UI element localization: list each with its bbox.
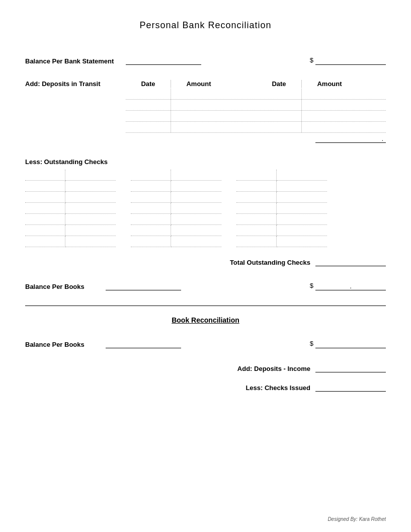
total-outstanding-field[interactable] xyxy=(315,257,386,266)
chk-3a-date[interactable] xyxy=(25,192,65,203)
outstanding-checks-section: Less: Outstanding Checks xyxy=(25,158,386,266)
balance-books-bank-dollar-group: $ . xyxy=(310,281,386,290)
checks-col-group-1 xyxy=(25,170,116,247)
dep-r3-amt1[interactable] xyxy=(171,111,226,121)
check-row-5c xyxy=(236,214,327,225)
chk-1b-amt[interactable] xyxy=(171,170,221,181)
deposits-row-1 xyxy=(126,89,386,100)
chk-2c-date[interactable] xyxy=(236,181,277,192)
checks-col-group-3 xyxy=(236,170,327,247)
chk-4a-date[interactable] xyxy=(25,203,65,214)
chk-6b-date[interactable] xyxy=(131,225,171,236)
check-row-2a xyxy=(25,181,116,192)
chk-4c-amt[interactable] xyxy=(277,203,327,214)
dep-r3-date2[interactable] xyxy=(257,111,302,121)
chk-6c-amt[interactable] xyxy=(277,225,327,236)
chk-3a-amt[interactable] xyxy=(65,192,116,203)
dep-r4-date1[interactable] xyxy=(126,122,171,132)
dep-r4-amt1[interactable] xyxy=(171,122,226,132)
chk-3c-amt[interactable] xyxy=(277,192,327,203)
page-title: Personal Bank Reconciliation xyxy=(25,20,386,31)
dep-r1-amt1[interactable] xyxy=(171,89,226,99)
dep-r4-amt2[interactable] xyxy=(302,122,357,132)
chk-5c-amt[interactable] xyxy=(277,214,327,225)
chk-7a-amt[interactable] xyxy=(65,236,116,247)
check-row-2b xyxy=(131,181,221,192)
deposits-row-3 xyxy=(126,111,386,122)
dep-r3-amt2[interactable] xyxy=(302,111,357,121)
chk-1b-date[interactable] xyxy=(131,170,171,181)
balance-books-bank-field1[interactable] xyxy=(106,281,181,290)
total-outstanding-row: Total Outstanding Checks xyxy=(25,257,386,266)
checks-issued-row: Less: Checks Issued xyxy=(25,383,386,392)
check-row-5b xyxy=(131,214,221,225)
deposits-income-field[interactable] xyxy=(315,363,386,372)
check-row-2c xyxy=(236,181,327,192)
chk-5a-date[interactable] xyxy=(25,214,65,225)
check-row-6a xyxy=(25,225,116,236)
chk-7b-amt[interactable] xyxy=(171,236,221,247)
balance-books-bank-dollar-field[interactable]: . xyxy=(315,281,386,290)
chk-3c-date[interactable] xyxy=(236,192,277,203)
chk-1c-amt[interactable] xyxy=(277,170,327,181)
chk-7c-amt[interactable] xyxy=(277,236,327,247)
checks-issued-field[interactable] xyxy=(315,383,386,392)
chk-5b-amt[interactable] xyxy=(171,214,221,225)
chk-4b-date[interactable] xyxy=(131,203,171,214)
chk-2b-amt[interactable] xyxy=(171,181,221,192)
check-row-1a xyxy=(25,170,116,181)
book-balance-row: Balance Per Books $ xyxy=(25,339,386,348)
chk-7c-date[interactable] xyxy=(236,236,277,247)
book-balance-field1[interactable] xyxy=(106,339,181,348)
chk-3b-amt[interactable] xyxy=(171,192,221,203)
chk-5c-date[interactable] xyxy=(236,214,277,225)
deposits-col1-amount-header: Amount xyxy=(171,80,226,88)
chk-2a-amt[interactable] xyxy=(65,181,116,192)
checks-header: Less: Outstanding Checks xyxy=(25,158,386,166)
dep-r4-date2[interactable] xyxy=(257,122,302,132)
chk-5b-date[interactable] xyxy=(131,214,171,225)
check-row-3a xyxy=(25,192,116,203)
deposits-col1-date-header: Date xyxy=(126,80,171,88)
checks-issued-label: Less: Checks Issued xyxy=(245,384,310,392)
balance-books-bank-section: Balance Per Books $ . xyxy=(25,281,386,290)
bank-statement-dollar-field[interactable] xyxy=(315,56,386,65)
dep-r2-amt2[interactable] xyxy=(302,100,357,110)
chk-7b-date[interactable] xyxy=(131,236,171,247)
chk-1a-amt[interactable] xyxy=(65,170,116,181)
dep-r2-amt1[interactable] xyxy=(171,100,226,110)
dep-r1-amt2[interactable] xyxy=(302,89,357,99)
chk-6c-date[interactable] xyxy=(236,225,277,236)
chk-6a-date[interactable] xyxy=(25,225,65,236)
dep-r1-date1[interactable] xyxy=(126,89,171,99)
chk-2b-date[interactable] xyxy=(131,181,171,192)
chk-3b-date[interactable] xyxy=(131,192,171,203)
chk-4a-amt[interactable] xyxy=(65,203,116,214)
dep-r2-date1[interactable] xyxy=(126,100,171,110)
chk-1c-date[interactable] xyxy=(236,170,277,181)
bank-statement-row: Balance Per Bank Statement $ xyxy=(25,56,386,65)
chk-7a-date[interactable] xyxy=(25,236,65,247)
chk-2a-date[interactable] xyxy=(25,181,65,192)
dep-r3-date1[interactable] xyxy=(126,111,171,121)
deposits-total-field[interactable]: . xyxy=(315,134,386,143)
check-row-4c xyxy=(236,203,327,214)
chk-6b-amt[interactable] xyxy=(171,225,221,236)
section-divider xyxy=(25,306,386,306)
chk-5a-amt[interactable] xyxy=(65,214,116,225)
chk-4c-date[interactable] xyxy=(236,203,277,214)
chk-4b-amt[interactable] xyxy=(171,203,221,214)
book-reconciliation-section: Book Reconciliation Balance Per Books $ … xyxy=(25,316,386,392)
dep-r1-date2[interactable] xyxy=(257,89,302,99)
deposits-dot: . xyxy=(382,135,383,142)
chk-2c-amt[interactable] xyxy=(277,181,327,192)
chk-6a-amt[interactable] xyxy=(65,225,116,236)
checks-col-group-2 xyxy=(131,170,221,247)
book-balance-dollar-group: $ xyxy=(310,339,386,348)
dep-r2-date2[interactable] xyxy=(257,100,302,110)
deposits-label: Add: Deposits in Transit xyxy=(25,80,126,88)
check-row-4b xyxy=(131,203,221,214)
chk-1a-date[interactable] xyxy=(25,170,65,181)
bank-statement-field1[interactable] xyxy=(126,56,201,65)
book-balance-dollar-field[interactable] xyxy=(315,339,386,348)
